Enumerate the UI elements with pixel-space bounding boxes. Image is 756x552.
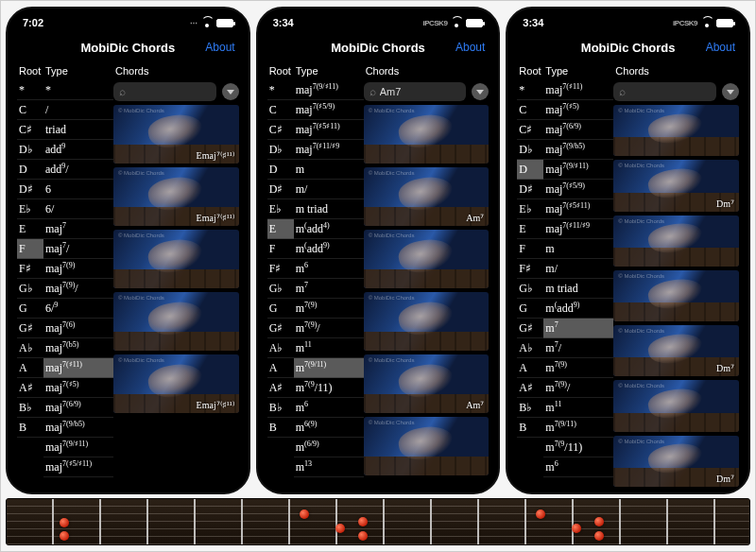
type-item[interactable]: maj7(9/♯11) <box>543 160 613 180</box>
search-input[interactable] <box>129 86 211 97</box>
type-item[interactable]: m triad <box>543 279 613 299</box>
root-item[interactable]: C♯ <box>517 120 543 140</box>
root-item[interactable]: D♯ <box>17 180 43 199</box>
search-box[interactable]: ⌕ <box>364 82 467 101</box>
root-item[interactable]: B♭ <box>517 398 543 418</box>
type-item[interactable]: m6(9) <box>294 418 364 438</box>
chord-tile[interactable]: © MobiDic Chords <box>613 216 739 267</box>
root-item[interactable]: F <box>517 239 543 259</box>
type-item[interactable]: m(6/9) <box>294 438 364 457</box>
root-item[interactable]: A♯ <box>517 378 543 398</box>
chord-filter-button[interactable] <box>722 83 739 100</box>
chord-tile[interactable]: © MobiDic Chords <box>113 230 239 288</box>
type-list[interactable]: maj7(♯11)maj7(♯5)maj7(6/9)maj7(9/b5)maj7… <box>543 80 613 487</box>
root-item[interactable]: D♭ <box>267 140 294 160</box>
type-item[interactable]: m7 <box>294 279 364 299</box>
type-item[interactable]: maj7(6/9) <box>43 398 113 418</box>
type-item[interactable]: maj7(6) <box>43 319 113 338</box>
type-item[interactable]: add9/ <box>43 160 113 180</box>
chord-tile[interactable]: © MobiDic Chords <box>364 417 490 475</box>
type-item[interactable]: 6/9 <box>43 299 113 319</box>
root-item[interactable]: G♭ <box>517 279 543 299</box>
root-item[interactable]: F♯ <box>17 259 43 279</box>
type-item[interactable]: / <box>43 100 113 120</box>
type-list[interactable]: maj7(9/♯11)maj7(♯5/9)maj7(♯5♯11)maj7(♯11… <box>294 80 364 487</box>
type-item[interactable]: m triad <box>294 199 364 219</box>
type-item[interactable]: m6 <box>294 259 364 279</box>
root-item[interactable]: C♯ <box>17 120 43 140</box>
type-item[interactable]: m7 <box>543 319 613 338</box>
type-item[interactable]: maj7(9)/ <box>43 279 113 299</box>
root-item[interactable]: G <box>517 299 543 319</box>
about-button[interactable]: About <box>455 41 485 54</box>
root-item[interactable]: B♭ <box>17 398 43 418</box>
root-item[interactable]: D♭ <box>517 140 543 160</box>
type-item[interactable]: maj7(♯11/♯9 <box>294 140 364 160</box>
root-item[interactable]: G♭ <box>17 279 43 299</box>
chord-tile-list[interactable]: © MobiDic Chords© MobiDic ChordsDm⁷© Mob… <box>613 105 743 487</box>
type-item[interactable]: maj7(b5) <box>43 338 113 358</box>
type-item[interactable]: add9 <box>43 140 113 160</box>
root-item[interactable]: B♭ <box>267 398 294 418</box>
root-item[interactable]: F <box>267 239 294 259</box>
type-item[interactable]: maj7/ <box>43 239 113 259</box>
root-item[interactable]: D <box>267 160 294 180</box>
root-item[interactable]: F♯ <box>267 259 294 279</box>
root-item[interactable]: B <box>517 418 543 438</box>
type-item[interactable]: m7(9/11) <box>543 438 613 457</box>
root-list[interactable]: *CC♯D♭DD♯E♭EFF♯G♭GG♯A♭AA♯B♭B <box>267 80 294 487</box>
root-item[interactable]: C♯ <box>267 120 294 140</box>
root-item[interactable]: F♯ <box>517 259 543 279</box>
root-item[interactable]: * <box>517 80 543 100</box>
chord-tile[interactable]: © MobiDic Chords <box>364 292 490 351</box>
root-item[interactable]: G♯ <box>267 319 294 338</box>
root-item[interactable]: C <box>517 100 543 120</box>
chord-tile[interactable]: © MobiDic ChordsEmaj⁷⁽♯¹¹⁾ <box>113 105 239 164</box>
chord-tile[interactable]: © MobiDic Chords <box>613 105 739 156</box>
chord-tile[interactable]: © MobiDic ChordsAm⁷ <box>364 354 490 413</box>
root-item[interactable]: B <box>17 418 43 438</box>
type-item[interactable]: maj7 <box>43 219 113 239</box>
chord-tile[interactable]: © MobiDic ChordsAm⁷ <box>364 167 490 226</box>
chord-tile[interactable]: © MobiDic Chords <box>613 380 739 431</box>
root-item[interactable]: E <box>17 219 43 239</box>
root-item[interactable]: A♭ <box>267 338 294 358</box>
chord-tile[interactable]: © MobiDic Chords <box>613 270 739 321</box>
root-item[interactable]: G♯ <box>517 319 543 338</box>
root-item[interactable]: D♭ <box>17 140 43 160</box>
root-item[interactable]: * <box>267 80 294 100</box>
type-item[interactable]: m11 <box>543 398 613 418</box>
root-item[interactable]: G <box>267 299 294 319</box>
type-item[interactable]: m <box>543 239 613 259</box>
type-item[interactable]: maj7(6/9) <box>543 120 613 140</box>
type-item[interactable]: maj7(♯5/9) <box>543 180 613 199</box>
root-item[interactable]: G♭ <box>267 279 294 299</box>
type-item[interactable]: m7(9/11) <box>294 378 364 398</box>
type-item[interactable]: m13 <box>294 457 364 477</box>
type-item[interactable]: * <box>43 80 113 100</box>
chord-tile[interactable]: © MobiDic ChordsDm⁷ <box>613 436 739 487</box>
type-item[interactable]: maj7(9/b5) <box>543 140 613 160</box>
type-item[interactable]: maj7(♯11/♯9 <box>543 219 613 239</box>
root-item[interactable]: E♭ <box>17 199 43 219</box>
root-item[interactable]: A♯ <box>17 378 43 398</box>
type-item[interactable]: m/ <box>294 180 364 199</box>
root-list[interactable]: *CC♯D♭DD♯E♭EFF♯G♭GG♯A♭AA♯B♭B <box>517 80 543 487</box>
chord-tile[interactable]: © MobiDic Chords <box>364 105 490 164</box>
chord-tile[interactable]: © MobiDic ChordsDm⁷ <box>613 325 739 376</box>
type-item[interactable]: maj7(♯11) <box>543 80 613 100</box>
type-item[interactable]: maj7(♯5/9) <box>294 100 364 120</box>
type-item[interactable]: m <box>294 160 364 180</box>
root-item[interactable]: D♯ <box>267 180 294 199</box>
root-item[interactable]: A <box>517 358 543 378</box>
root-list[interactable]: *CC♯D♭DD♯E♭EFF♯G♭GG♯A♭AA♯B♭B <box>17 80 43 487</box>
root-item[interactable]: F <box>17 239 43 259</box>
root-item[interactable]: A♯ <box>267 378 294 398</box>
search-input[interactable] <box>629 86 711 97</box>
root-item[interactable]: * <box>17 80 43 100</box>
chord-tile[interactable]: © MobiDic ChordsDm⁷ <box>613 160 739 211</box>
type-item[interactable]: m(add4) <box>294 219 364 239</box>
type-item[interactable]: maj7(♯5♯11) <box>543 199 613 219</box>
type-item[interactable]: maj7(9) <box>43 259 113 279</box>
type-item[interactable]: maj7(9/♯11) <box>294 80 364 100</box>
